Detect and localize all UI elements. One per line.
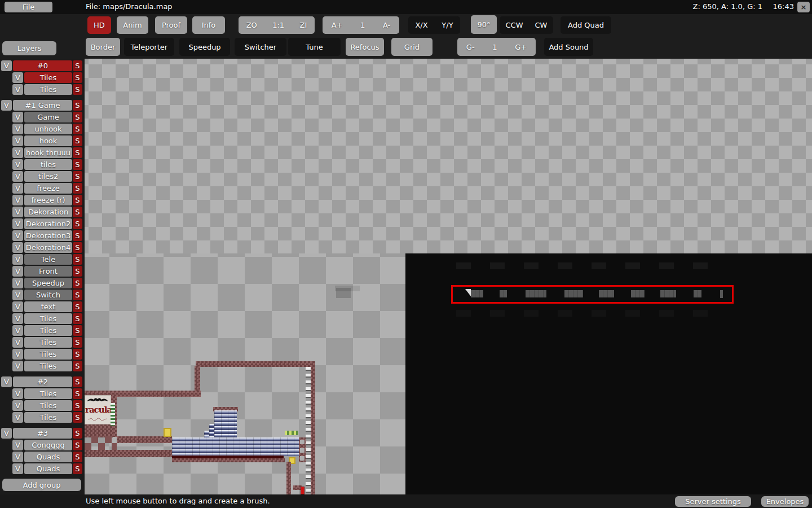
visibility-toggle[interactable]: V [12, 254, 23, 265]
layer-s-toggle[interactable]: S [73, 230, 82, 241]
layer-s-toggle[interactable]: S [73, 159, 82, 170]
layer-s-toggle[interactable]: S [73, 428, 82, 439]
visibility-toggle[interactable]: V [12, 171, 23, 182]
layer-label[interactable]: hook [24, 135, 72, 146]
grid-bigger-button[interactable]: G+ [515, 43, 527, 51]
layer-s-toggle[interactable]: S [73, 147, 82, 158]
layer-label[interactable]: Tele [24, 254, 72, 265]
layer-label[interactable]: text [24, 301, 72, 312]
anim-speed-down-button[interactable]: A- [383, 21, 390, 29]
anim-speed-up-button[interactable]: A+ [332, 21, 343, 29]
info-toggle-button[interactable]: Info [192, 16, 225, 34]
visibility-toggle[interactable]: V [12, 135, 23, 146]
layer-label[interactable]: hook thruuu [24, 147, 72, 158]
teleporter-button[interactable]: Teleporter [124, 38, 174, 56]
visibility-toggle[interactable]: V [12, 159, 23, 170]
visibility-toggle[interactable]: V [12, 313, 23, 324]
layer-group-label[interactable]: #1 Game [13, 100, 72, 111]
visibility-toggle[interactable]: V [12, 147, 23, 158]
layer-label[interactable]: Tiles [24, 325, 72, 336]
layer-label[interactable]: Tiles [24, 349, 72, 360]
visibility-toggle[interactable]: V [12, 301, 23, 312]
proof-toggle-button[interactable]: Proof [155, 16, 187, 34]
layer-s-toggle[interactable]: S [73, 301, 82, 312]
visibility-toggle[interactable]: V [12, 266, 23, 277]
layer-s-toggle[interactable]: S [73, 278, 82, 288]
flip-y-button[interactable]: Y/Y [442, 21, 453, 29]
layer-label[interactable]: Tiles [24, 400, 72, 411]
layer-s-toggle[interactable]: S [73, 313, 82, 324]
layer-s-toggle[interactable]: S [73, 412, 82, 423]
visibility-toggle[interactable]: V [12, 112, 23, 122]
layer-s-toggle[interactable]: S [73, 325, 82, 336]
visibility-toggle[interactable]: V [12, 72, 23, 83]
layer-label[interactable]: Tiles [24, 72, 72, 83]
layer-label[interactable]: Quads [24, 463, 72, 474]
layer-label[interactable]: Tiles [24, 361, 72, 371]
layer-s-toggle[interactable]: S [73, 183, 82, 194]
layer-label[interactable]: Dekoration3 [24, 230, 72, 241]
layer-label[interactable]: Front [24, 266, 72, 277]
layer-label[interactable]: Game [24, 112, 72, 122]
layer-label[interactable]: Tiles [24, 388, 72, 399]
add-sound-button[interactable]: Add Sound [544, 38, 593, 56]
speedup-button[interactable]: Speedup [179, 38, 230, 56]
grid-button[interactable]: Grid [391, 38, 433, 56]
map-canvas[interactable]: racula [85, 59, 812, 494]
layer-s-toggle[interactable]: S [73, 452, 82, 462]
visibility-toggle[interactable]: V [12, 325, 23, 336]
tileset-tile[interactable] [526, 290, 546, 297]
layer-label[interactable]: freeze (r) [24, 195, 72, 205]
tileset-tile[interactable] [720, 290, 723, 298]
visibility-toggle[interactable]: V [12, 124, 23, 134]
layer-s-toggle[interactable]: S [73, 463, 82, 474]
server-settings-button[interactable]: Server settings [675, 496, 751, 507]
layer-s-toggle[interactable]: S [73, 195, 82, 205]
visibility-toggle[interactable]: V [1, 100, 12, 111]
layer-s-toggle[interactable]: S [73, 242, 82, 253]
layer-label[interactable]: Dekoration [24, 207, 72, 217]
layer-s-toggle[interactable]: S [73, 290, 82, 300]
layer-label[interactable]: unhook [24, 124, 72, 134]
hd-toggle-button[interactable]: HD [87, 16, 111, 34]
tileset-tile[interactable] [660, 290, 676, 297]
add-group-button[interactable]: Add group [2, 479, 81, 491]
rotate-90-button[interactable]: 90° [471, 15, 497, 34]
envelopes-button[interactable]: Envelopes [761, 496, 809, 507]
layer-s-toggle[interactable]: S [73, 135, 82, 146]
tileset-tile[interactable] [564, 290, 583, 297]
layer-label[interactable]: Tiles [24, 84, 72, 95]
layer-s-toggle[interactable]: S [73, 84, 82, 95]
layer-group-label[interactable]: #0 [13, 60, 72, 71]
switcher-button[interactable]: Switcher [235, 38, 286, 56]
visibility-toggle[interactable]: V [12, 440, 23, 450]
layer-s-toggle[interactable]: S [73, 171, 82, 182]
visibility-toggle[interactable]: V [12, 207, 23, 217]
layer-s-toggle[interactable]: S [73, 72, 82, 83]
visibility-toggle[interactable]: V [12, 400, 23, 411]
visibility-toggle[interactable]: V [12, 242, 23, 253]
layer-label[interactable]: Speedup [24, 278, 72, 288]
tileset-tile[interactable] [599, 290, 614, 297]
tileset-tile[interactable] [694, 290, 701, 297]
layer-s-toggle[interactable]: S [73, 218, 82, 229]
visibility-toggle[interactable]: V [12, 84, 23, 95]
visibility-toggle[interactable]: V [12, 388, 23, 399]
tile-picker-panel[interactable] [405, 253, 812, 494]
layer-s-toggle[interactable]: S [73, 361, 82, 371]
layer-s-toggle[interactable]: S [73, 60, 82, 71]
refocus-button[interactable]: Refocus [346, 38, 384, 56]
visibility-toggle[interactable]: V [12, 183, 23, 194]
layer-label[interactable]: tiles2 [24, 171, 72, 182]
layer-label[interactable]: Dekoration2 [24, 218, 72, 229]
flip-x-button[interactable]: X/X [415, 21, 427, 29]
layer-s-toggle[interactable]: S [73, 112, 82, 122]
layer-label[interactable]: Tiles [24, 337, 72, 348]
visibility-toggle[interactable]: V [12, 361, 23, 371]
layer-s-toggle[interactable]: S [73, 376, 82, 387]
anim-toggle-button[interactable]: Anim [117, 16, 148, 34]
rotate-cw-button[interactable]: CW [535, 21, 548, 29]
visibility-toggle[interactable]: V [12, 290, 23, 300]
close-icon[interactable]: × [797, 2, 810, 12]
layer-s-toggle[interactable]: S [73, 124, 82, 134]
